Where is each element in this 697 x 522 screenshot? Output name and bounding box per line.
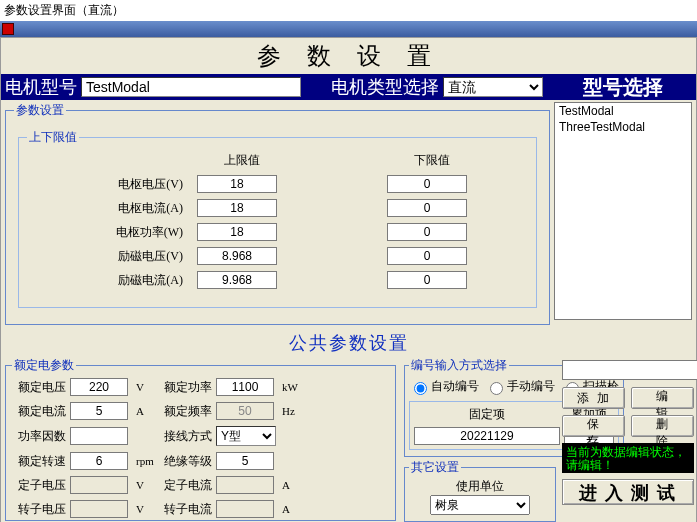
lower-limit-header: 下限值 — [387, 152, 477, 169]
unit-label: 使用单位 — [456, 478, 504, 495]
motor-type-select[interactable]: 直流 — [443, 77, 543, 97]
numbering-radio-label: 手动编号 — [507, 378, 555, 395]
limit-row-label: 电枢功率(W) — [97, 224, 187, 241]
param-settings-legend: 参数设置 — [14, 102, 66, 119]
other-settings-group: 其它设置 使用单位 树泉 — [404, 459, 556, 522]
limit-row-label: 励磁电流(A) — [97, 272, 187, 289]
upper-limit-header: 上限值 — [197, 152, 287, 169]
rated-label: 转子电流 — [158, 501, 212, 518]
rated-label: 额定电压 — [12, 379, 66, 396]
numbering-legend: 编号输入方式选择 — [409, 357, 509, 374]
upper-limit-input[interactable] — [197, 223, 277, 241]
model-choose-label: 型号选择 — [583, 74, 663, 101]
upper-limit-input[interactable] — [197, 175, 277, 193]
limit-row-label: 电枢电流(A) — [97, 200, 187, 217]
lower-limit-input[interactable] — [387, 199, 467, 217]
lower-limit-input[interactable] — [387, 271, 467, 289]
add-button[interactable]: 添加 — [562, 387, 625, 409]
rated-unit: A — [280, 503, 300, 515]
wiring-select[interactable]: Y型 — [216, 426, 276, 446]
rated-label: 额定功率 — [158, 379, 212, 396]
public-params-title: 公共参数设置 — [1, 327, 696, 355]
rated-params-legend: 额定电参数 — [12, 357, 76, 374]
rated-unit: kW — [280, 381, 300, 393]
numbering-radio[interactable] — [490, 382, 503, 395]
rated-input — [70, 476, 128, 494]
rated-unit: V — [134, 479, 154, 491]
rated-label: 额定电流 — [12, 403, 66, 420]
rated-input — [216, 500, 274, 518]
rated-unit: A — [134, 405, 154, 417]
model-list[interactable]: TestModalThreeTestModal — [554, 102, 692, 320]
app-icon — [2, 23, 14, 35]
rated-input — [216, 476, 274, 494]
fixed-input[interactable] — [414, 427, 560, 445]
rated-input[interactable] — [70, 378, 128, 396]
rated-input[interactable] — [216, 452, 274, 470]
upper-limit-input[interactable] — [197, 247, 277, 265]
param-settings-group: 参数设置 上下限值 上限值下限值电枢电压(V)电枢电流(A)电枢功率(W)励磁电… — [5, 102, 550, 325]
upper-limit-input[interactable] — [197, 271, 277, 289]
model-list-item[interactable]: ThreeTestModal — [555, 119, 691, 135]
outer-window-title: 参数设置界面（直流） — [0, 0, 697, 21]
enter-test-button[interactable]: 进入测试 — [562, 479, 694, 505]
rated-label: 定子电流 — [158, 477, 212, 494]
rated-input[interactable] — [70, 402, 128, 420]
numbering-radio[interactable] — [414, 382, 427, 395]
search-input[interactable] — [562, 360, 697, 380]
limit-row-label: 励磁电压(V) — [97, 248, 187, 265]
limit-row-label: 电枢电压(V) — [97, 176, 187, 193]
upper-limit-input[interactable] — [197, 199, 277, 217]
motor-type-label: 电机类型选择 — [331, 75, 439, 99]
rated-input — [70, 500, 128, 518]
rated-label: 绝缘等级 — [158, 453, 212, 470]
rated-input[interactable] — [70, 427, 128, 445]
rated-label: 定子电压 — [12, 477, 66, 494]
rated-unit: rpm — [134, 455, 154, 467]
rated-unit: A — [280, 479, 300, 491]
save-button[interactable]: 保 存 — [562, 415, 625, 437]
app-body: 参 数 设 置 电机型号 电机类型选择 直流 型号选择 参数设置 上下限值 上限… — [0, 37, 697, 522]
lower-limit-input[interactable] — [387, 175, 467, 193]
page-title: 参 数 设 置 — [1, 38, 696, 74]
rated-label: 额定转速 — [12, 453, 66, 470]
fixed-header: 固定项 — [414, 406, 560, 423]
delete-button[interactable]: 删 除 — [631, 415, 694, 437]
rated-params-group: 额定电参数 额定电压V额定功率kW额定电流A额定频率Hz功率因数接线方式Y型额定… — [5, 357, 396, 521]
motor-model-label: 电机型号 — [5, 75, 77, 99]
numbering-radio-option[interactable]: 手动编号 — [485, 378, 555, 395]
top-banner: 电机型号 电机类型选择 直流 型号选择 — [1, 74, 696, 100]
rated-input[interactable] — [216, 378, 274, 396]
status-message: 当前为数据编辑状态，请编辑！ — [562, 443, 694, 473]
other-settings-legend: 其它设置 — [409, 459, 461, 476]
rated-label: 转子电压 — [12, 501, 66, 518]
model-list-item[interactable]: TestModal — [555, 103, 691, 119]
rated-label: 接线方式 — [158, 428, 212, 445]
rated-label: 功率因数 — [12, 428, 66, 445]
lower-limit-input[interactable] — [387, 247, 467, 265]
limits-group: 上下限值 上限值下限值电枢电压(V)电枢电流(A)电枢功率(W)励磁电压(V)励… — [18, 129, 537, 308]
limits-legend: 上下限值 — [27, 129, 79, 146]
numbering-radio-label: 自动编号 — [431, 378, 479, 395]
edit-button[interactable]: 编 辑 — [631, 387, 694, 409]
rated-input[interactable] — [70, 452, 128, 470]
rated-unit: Hz — [280, 405, 300, 417]
unit-select[interactable]: 树泉 — [430, 495, 530, 515]
rated-unit: V — [134, 381, 154, 393]
rated-label: 额定频率 — [158, 403, 212, 420]
rated-input — [216, 402, 274, 420]
lower-limit-input[interactable] — [387, 223, 467, 241]
rated-unit: V — [134, 503, 154, 515]
titlebar — [0, 21, 697, 37]
motor-model-input[interactable] — [81, 77, 301, 97]
numbering-radio-option[interactable]: 自动编号 — [409, 378, 479, 395]
